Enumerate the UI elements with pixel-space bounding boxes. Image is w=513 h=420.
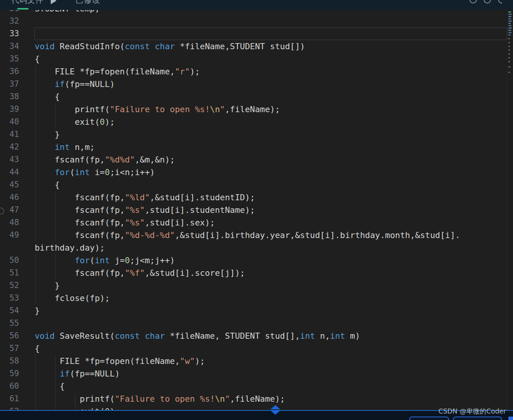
line-number: 38 — [0, 90, 34, 103]
code-line[interactable]: 55 — [0, 317, 507, 330]
line-number: 32 — [0, 15, 34, 27]
code-line[interactable]: 54} — [0, 304, 507, 317]
settings-icon[interactable] — [484, 0, 491, 3]
code-line[interactable]: 38 { — [0, 90, 507, 103]
code-line[interactable]: 59 if(fp==NULL) — [0, 367, 507, 380]
line-number: 39 — [0, 103, 34, 116]
line-number: 40 — [0, 116, 34, 128]
line-number: 44 — [0, 166, 34, 179]
tab-code-file[interactable]: 代码文件 — [11, 0, 43, 5]
line-number: 61 — [0, 393, 34, 405]
line-number: 48 — [0, 216, 34, 229]
code-line[interactable]: 36 FILE *fp=fopen(fileName,"r"); — [0, 65, 507, 78]
code-line[interactable]: 50 for(int j=0;j<m;j++) — [0, 254, 507, 267]
code-line[interactable]: 58 FILE *fp=fopen(fileName,"w"); — [0, 355, 507, 367]
arrow-down-icon — [270, 410, 280, 415]
code-line[interactable]: 57{ — [0, 342, 507, 355]
line-number: 36 — [0, 65, 34, 78]
code-line[interactable]: 39 printf("Failure to open %s!\n",fileNa… — [0, 103, 507, 116]
toolbar: 代码文件 已修改 — [0, 0, 513, 10]
line-number: 59 — [0, 367, 34, 380]
code-line[interactable]: 33 — [0, 27, 507, 40]
line-number: 35 — [0, 53, 34, 65]
code-line[interactable]: 32 — [0, 15, 507, 27]
code-line[interactable]: 60 { — [0, 380, 507, 393]
line-number: 47 — [0, 204, 34, 216]
line-number: 51 — [0, 267, 34, 279]
bottom-button-2[interactable] — [453, 417, 502, 420]
code-line[interactable]: 34void ReadStudInfo(const char *fileName… — [0, 40, 507, 53]
code-line[interactable]: 51 fscanf(fp,"%f",&stud[i].score[j]); — [0, 267, 507, 279]
code-line[interactable]: 41 } — [0, 128, 507, 141]
code-line[interactable]: 52 } — [0, 279, 507, 292]
bottom-button-1[interactable] — [409, 417, 449, 420]
code-line[interactable]: 53 fclose(fp); — [0, 292, 507, 304]
line-number: 50 — [0, 254, 34, 267]
code-line[interactable]: 44 for(int i=0;i<n;i++) — [0, 166, 507, 179]
line-number: 37 — [0, 78, 34, 90]
code-line[interactable]: 47 fscanf(fp,"%s",stud[i].studentName); — [0, 204, 507, 216]
code-line[interactable]: 35{ — [0, 53, 507, 65]
line-number: 33 — [0, 27, 34, 40]
line-number: 46 — [0, 191, 34, 204]
code-lines-container: 31STUDENT temp;323334void ReadStudInfo(c… — [0, 2, 507, 418]
watermark: CSDN @卑微的Coder — [439, 407, 506, 416]
code-line[interactable]: 56void SaveResult(const char *fileName, … — [0, 330, 507, 342]
code-line[interactable]: 43 fscanf(fp,"%d%d",&m,&n); — [0, 153, 507, 166]
panel-divider — [0, 410, 513, 411]
line-number: 60 — [0, 380, 34, 393]
code-line[interactable]: 61 printf("Failure to open %s!\n",fileNa… — [0, 393, 507, 405]
code-line[interactable]: 49 fscanf(fp,"%d-%d-%d",&stud[i].birthda… — [0, 229, 507, 241]
code-line[interactable]: 40 exit(0); — [0, 116, 507, 128]
code-line[interactable]: 37 if(fp==NULL) — [0, 78, 507, 90]
code-line[interactable]: birthday.day); — [0, 241, 507, 254]
code-editor[interactable]: 31STUDENT temp;323334void ReadStudInfo(c… — [0, 0, 507, 420]
modified-status: 已修改 — [76, 0, 101, 5]
line-number: 42 — [0, 141, 34, 153]
run-icon[interactable] — [51, 0, 56, 4]
line-number: 52 — [0, 279, 34, 292]
code-line[interactable]: 45 { — [0, 179, 507, 191]
line-number: 57 — [0, 342, 34, 355]
bottom-chip — [508, 417, 513, 420]
code-line[interactable]: 42 int n,m; — [0, 141, 507, 153]
line-number: 54 — [0, 304, 34, 317]
refresh-icon[interactable] — [497, 0, 507, 5]
arrow-up-icon — [270, 405, 280, 409]
line-number: 49 — [0, 229, 34, 241]
minimap[interactable] — [507, 10, 513, 410]
scroll-expand-icon[interactable] — [270, 405, 281, 415]
line-number: 56 — [0, 330, 34, 342]
line-number — [0, 241, 34, 254]
code-line[interactable]: 48 fscanf(fp,"%s",stud[i].sex); — [0, 216, 507, 229]
line-number: 41 — [0, 128, 34, 141]
line-number: 45 — [0, 179, 34, 191]
line-number: 55 — [0, 317, 34, 330]
line-number: 53 — [0, 292, 34, 304]
search-icon[interactable] — [470, 0, 477, 3]
line-number: 43 — [0, 153, 34, 166]
line-number: 58 — [0, 355, 34, 367]
line-number: 34 — [0, 40, 34, 53]
active-tab-indicator — [17, 8, 29, 10]
code-line[interactable]: 46 fscanf(fp,"%ld",&stud[i].studentID); — [0, 191, 507, 204]
